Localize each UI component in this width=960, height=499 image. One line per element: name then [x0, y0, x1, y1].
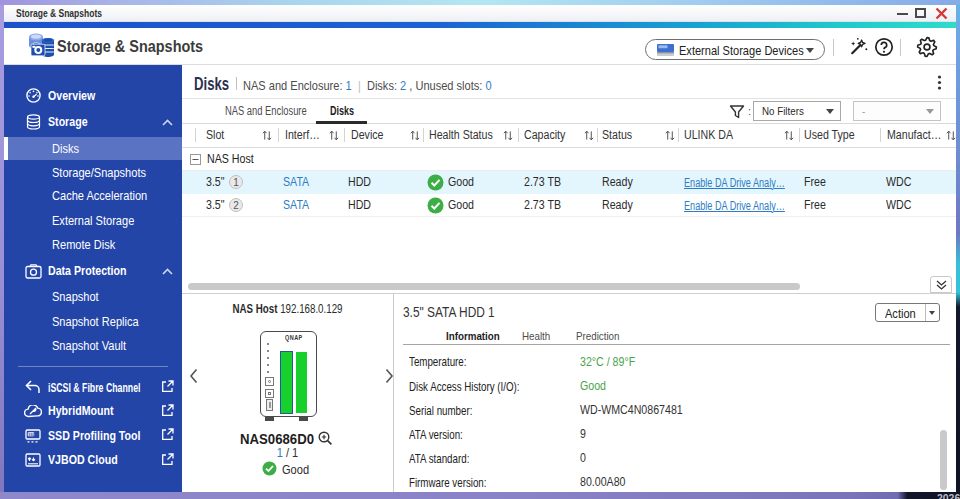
svg-text:SSD: SSD [28, 433, 36, 437]
